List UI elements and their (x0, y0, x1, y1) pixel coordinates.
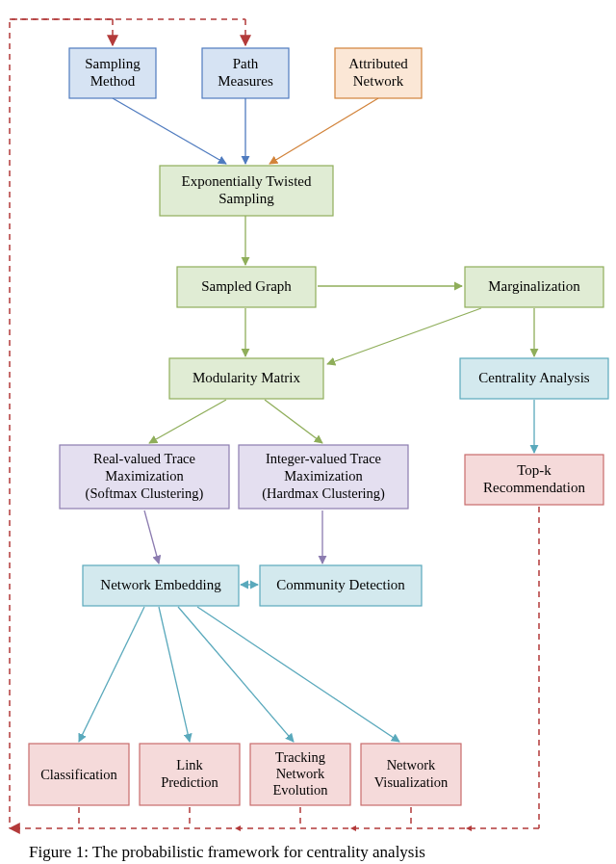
node-community-detection: Community Detection (260, 565, 422, 606)
dashed-bus-chevron-1 (235, 825, 241, 831)
node-topk: Top-k Recommendation (465, 455, 603, 505)
label: Exponentially Twisted (182, 173, 312, 189)
dashed-bus-chevron-2 (350, 825, 356, 831)
edge-netembed-to-netvis (197, 607, 399, 742)
label: Sampled Graph (201, 278, 292, 294)
label: Modularity Matrix (192, 370, 301, 385)
node-centrality-analysis: Centrality Analysis (460, 358, 608, 399)
label: Classification (40, 767, 117, 782)
label: Attributed (348, 56, 408, 71)
edge-modmatrix-to-realtrace (149, 400, 226, 443)
label: Sampling (218, 191, 274, 206)
label: Evolution (272, 782, 328, 798)
node-modularity-matrix: Modularity Matrix (169, 358, 323, 399)
node-sampled-graph: Sampled Graph (177, 267, 316, 307)
label: Integer-valued Trace (266, 451, 381, 466)
node-sampling-method: Sampling Method (69, 48, 156, 98)
label: Link (176, 757, 203, 772)
node-marginalization: Marginalization (465, 267, 603, 307)
label: Method (90, 73, 136, 89)
label: Prediction (161, 774, 218, 790)
edge-netembed-to-tracking (178, 607, 294, 742)
node-classification: Classification (29, 744, 129, 805)
label: Top-k (517, 462, 552, 478)
node-integer-trace: Integer-valued Trace Maximization (Hardm… (239, 445, 408, 509)
label: (Hardmax Clustering) (262, 485, 385, 502)
figure-caption: Figure 1: The probabilistic framework fo… (29, 843, 425, 861)
edge-sampmethod-to-exptwist (113, 98, 226, 164)
label: Network Embedding (100, 577, 221, 592)
label: Measures (218, 73, 273, 89)
edge-marginal-to-modmatrix (327, 308, 481, 364)
node-link-prediction: Link Prediction (140, 744, 240, 805)
label: Visualization (374, 774, 449, 790)
node-real-trace: Real-valued Trace Maximization (Softmax … (60, 445, 229, 509)
label: Network (276, 766, 325, 781)
node-exp-twisted-sampling: Exponentially Twisted Sampling (160, 166, 333, 216)
label: Tracking (275, 749, 325, 765)
label: (Softmax Clustering) (86, 485, 204, 502)
edge-attrnet-to-exptwist (270, 98, 378, 164)
node-network-embedding: Network Embedding (83, 565, 239, 606)
label: Path (233, 56, 259, 71)
node-attributed-network: Attributed Network (335, 48, 422, 98)
dashed-left-bus (10, 19, 113, 828)
label: Real-valued Trace (93, 451, 195, 466)
label: Centrality Analysis (478, 370, 590, 385)
label: Sampling (85, 56, 141, 71)
dashed-bus-chevron-3 (466, 825, 472, 831)
label: Recommendation (483, 480, 585, 495)
label: Maximization (105, 468, 184, 484)
node-path-measures: Path Measures (202, 48, 289, 98)
edge-modmatrix-to-inttrace (265, 400, 322, 443)
node-network-visualization: Network Visualization (361, 744, 461, 805)
edge-netembed-to-linkpred (159, 607, 190, 742)
label: Maximization (284, 468, 363, 484)
edge-realtrace-to-netembed (144, 511, 159, 563)
label: Network (353, 73, 404, 89)
label: Network (387, 757, 436, 772)
node-tracking-evolution: Tracking Network Evolution (250, 744, 350, 805)
label: Community Detection (276, 577, 405, 592)
edge-netembed-to-classification (79, 607, 144, 742)
label: Marginalization (488, 278, 580, 294)
